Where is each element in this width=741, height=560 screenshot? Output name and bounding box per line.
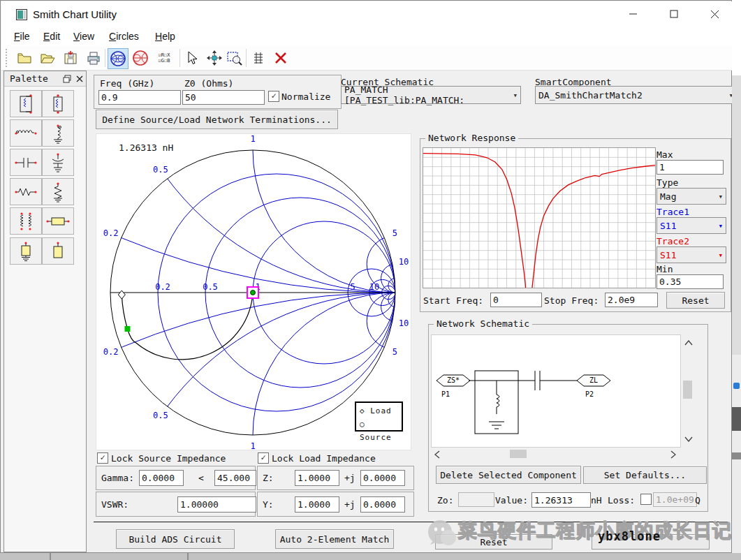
delete-button[interactable] xyxy=(271,48,291,68)
datagrid-button[interactable] xyxy=(249,48,268,68)
series-termination-icon xyxy=(13,94,38,115)
vertical-scroll-thumb[interactable] xyxy=(683,381,692,399)
smartcomponent-combo[interactable]: DA_SmithChartMatch2 ▾ xyxy=(535,86,737,104)
background-gear-icon xyxy=(733,383,740,389)
loss-checkbox[interactable] xyxy=(640,494,652,505)
window-title: Smith Chart Utility xyxy=(33,8,117,20)
z-real-input[interactable] xyxy=(295,470,339,486)
toolbar-grip[interactable] xyxy=(6,49,8,67)
stop-freq-input[interactable] xyxy=(605,293,658,307)
type-combo[interactable]: Mag▾ xyxy=(656,188,726,205)
gamma-angle-input[interactable] xyxy=(214,470,256,486)
smith-impedance-grid-icon xyxy=(110,50,126,67)
current-schematic-combo[interactable]: PA_MATCH [PA_TEST_lib:PA_MATCH: ▾ xyxy=(341,86,521,104)
response-reset-button[interactable]: Reset xyxy=(666,292,725,309)
palette-series-tline-button[interactable] xyxy=(42,207,74,235)
rx-gb-grid-button[interactable]: ☑R☐X☑G☐B xyxy=(151,48,177,68)
freq-input[interactable] xyxy=(98,90,181,105)
menu-view[interactable]: View xyxy=(71,29,97,43)
palette-shunt-tline-grounded-button[interactable] xyxy=(10,237,42,265)
new-button[interactable] xyxy=(15,48,34,68)
print-icon xyxy=(86,50,101,66)
menu-help[interactable]: Help xyxy=(152,29,178,43)
lock-load-impedance-label: Lock Load Impedance xyxy=(272,453,376,464)
move-icon xyxy=(207,50,222,66)
scroll-down-icon[interactable] xyxy=(684,436,693,442)
scroll-up-icon[interactable] xyxy=(684,340,693,346)
y-real-input[interactable] xyxy=(295,496,339,513)
trace2-combo[interactable]: S11▾ xyxy=(656,246,726,263)
smith-annotation: 1.26313 nH xyxy=(119,142,173,153)
lock-source-impedance-checkbox[interactable]: ✓ xyxy=(97,452,108,464)
smith-impedance-grid-button[interactable] xyxy=(108,48,129,69)
network-response-plot xyxy=(423,147,656,288)
value-label: Value: xyxy=(495,495,528,506)
y-group: Y: +j xyxy=(257,492,414,517)
normalize-label: Normalize xyxy=(281,91,330,102)
min-input[interactable] xyxy=(656,274,724,289)
palette-header[interactable]: Palette xyxy=(4,71,86,87)
chevron-down-icon: ▾ xyxy=(513,91,518,100)
menu-edit[interactable]: Edit xyxy=(41,29,63,43)
zoom-area-icon xyxy=(226,50,243,66)
maximize-button[interactable] xyxy=(658,1,690,27)
start-freq-input[interactable] xyxy=(490,293,542,307)
minimize-button[interactable] xyxy=(617,1,650,27)
palette-series-resistor-button[interactable] xyxy=(10,178,42,205)
palette-shunt-termination-button[interactable] xyxy=(42,90,74,117)
move-button[interactable] xyxy=(205,48,224,68)
min-label: Min xyxy=(656,264,673,274)
z0-input[interactable] xyxy=(182,90,265,105)
svg-text:0.2: 0.2 xyxy=(155,282,170,292)
loss-q-input[interactable] xyxy=(653,492,697,507)
max-input[interactable] xyxy=(656,160,724,175)
save-button[interactable] xyxy=(61,48,80,68)
network-schematic-group: Network Schematic ZS* P1 ZL xyxy=(428,324,708,512)
titlebar[interactable]: Smith Chart Utility xyxy=(1,1,732,27)
open-button[interactable] xyxy=(38,48,57,68)
z-imag-input[interactable] xyxy=(360,470,405,486)
zo-input[interactable] xyxy=(458,492,494,507)
horizontal-scroll-thumb[interactable] xyxy=(510,450,527,458)
build-ads-circuit-button[interactable]: Build ADS Circuit xyxy=(116,529,235,549)
scroll-right-icon[interactable] xyxy=(670,450,676,459)
gamma-mag-input[interactable] xyxy=(139,470,184,486)
normalize-checkbox[interactable]: ✓ xyxy=(268,91,279,102)
scroll-left-icon[interactable] xyxy=(434,450,440,459)
palette-shunt-tline-open-button[interactable] xyxy=(42,237,74,265)
palette-shunt-capacitor-button[interactable] xyxy=(42,149,74,176)
schematic-canvas[interactable]: ZS* P1 ZL P2 xyxy=(431,334,681,448)
component-value-input[interactable] xyxy=(531,492,591,508)
palette-series-inductor-button[interactable] xyxy=(10,119,42,147)
palette-shunt-resistor-button[interactable] xyxy=(42,178,74,205)
close-icon xyxy=(710,10,719,19)
port2-name: P2 xyxy=(585,390,594,398)
menu-circles[interactable]: Circles xyxy=(106,29,142,43)
print-button[interactable] xyxy=(84,48,103,68)
chevron-down-icon: ▾ xyxy=(718,221,723,230)
smith-admittance-grid-button[interactable] xyxy=(131,48,150,68)
menu-file[interactable]: File xyxy=(11,29,33,43)
define-terminations-button[interactable]: Define Source/Load Network Terminations.… xyxy=(96,110,338,129)
vswr-input[interactable] xyxy=(177,496,256,513)
palette-shunt-inductor-button[interactable] xyxy=(42,119,74,147)
lock-load-impedance-checkbox[interactable]: ✓ xyxy=(258,452,269,464)
response-chart xyxy=(423,148,655,288)
close-palette-icon[interactable] xyxy=(75,75,84,83)
delete-selected-component-button[interactable]: Delete Selected Component xyxy=(436,466,581,484)
select-cursor-button[interactable] xyxy=(182,48,202,68)
zoom-area-button[interactable] xyxy=(225,48,244,68)
trace1-combo[interactable]: S11▾ xyxy=(656,217,726,234)
auto-2-element-match-button[interactable]: Auto 2-Element Match xyxy=(275,529,394,549)
palette-series-termination-button[interactable] xyxy=(10,90,42,117)
float-panel-icon[interactable] xyxy=(63,75,71,83)
set-defaults-button[interactable]: Set Defaults... xyxy=(583,466,707,484)
palette-series-capacitor-button[interactable] xyxy=(10,149,42,176)
palette-transformer-button[interactable] xyxy=(10,207,42,235)
background-window-strip xyxy=(732,0,741,560)
loss-label: Loss: xyxy=(608,495,635,506)
y-imag-input[interactable] xyxy=(360,496,405,513)
shunt-termination-icon xyxy=(45,94,71,115)
smith-chart-canvas[interactable]: 1.26313 nH 0.20.515100.20.20.50.51155101… xyxy=(96,133,411,450)
close-button[interactable] xyxy=(698,1,731,27)
